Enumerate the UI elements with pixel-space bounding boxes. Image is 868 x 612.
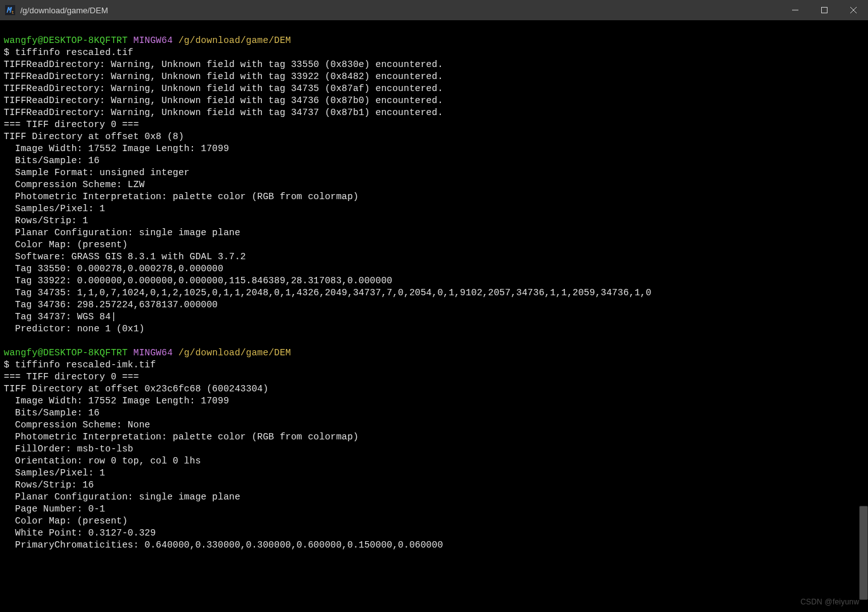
output-block-1: TIFFReadDirectory: Warning, Unknown fiel… xyxy=(4,59,652,334)
prompt-user: wangfy@DESKTOP-8KQFTRT xyxy=(4,35,128,46)
prompt-system: MINGW64 xyxy=(133,35,173,46)
command-text: tiffinfo rescaled-imk.tif xyxy=(15,360,156,370)
svg-text:t: t xyxy=(11,10,14,15)
prompt-sigil: $ xyxy=(4,47,9,58)
app-icon: M t xyxy=(5,5,15,15)
command-line: $ tiffinfo rescaled.tif xyxy=(4,47,133,58)
prompt-line: wangfy@DESKTOP-8KQFTRT MINGW64 /g/downlo… xyxy=(4,35,291,46)
watermark: CSDN @feiyunw xyxy=(800,596,859,608)
command-line: $ tiffinfo rescaled-imk.tif xyxy=(4,360,156,370)
prompt-user: wangfy@DESKTOP-8KQFTRT xyxy=(4,348,128,358)
output-block-2: === TIFF directory 0 === TIFF Directory … xyxy=(4,372,443,550)
scrollbar-track[interactable] xyxy=(858,20,868,612)
prompt-cwd: /g/download/game/DEM xyxy=(178,348,291,358)
terminal[interactable]: wangfy@DESKTOP-8KQFTRT MINGW64 /g/downlo… xyxy=(0,20,868,612)
command-text: tiffinfo rescaled.tif xyxy=(15,47,133,58)
titlebar[interactable]: M t /g/download/game/DEM xyxy=(0,0,868,20)
prompt-sigil: $ xyxy=(4,360,9,370)
prompt-cwd: /g/download/game/DEM xyxy=(178,35,291,46)
scrollbar-thumb[interactable] xyxy=(859,506,868,601)
prompt-line: wangfy@DESKTOP-8KQFTRT MINGW64 /g/downlo… xyxy=(4,348,291,358)
window-title: /g/download/game/DEM xyxy=(20,6,108,15)
svg-rect-3 xyxy=(822,8,828,13)
close-button[interactable] xyxy=(839,0,868,20)
prompt-system: MINGW64 xyxy=(133,348,173,358)
minimize-button[interactable] xyxy=(781,0,810,20)
maximize-button[interactable] xyxy=(810,0,839,20)
